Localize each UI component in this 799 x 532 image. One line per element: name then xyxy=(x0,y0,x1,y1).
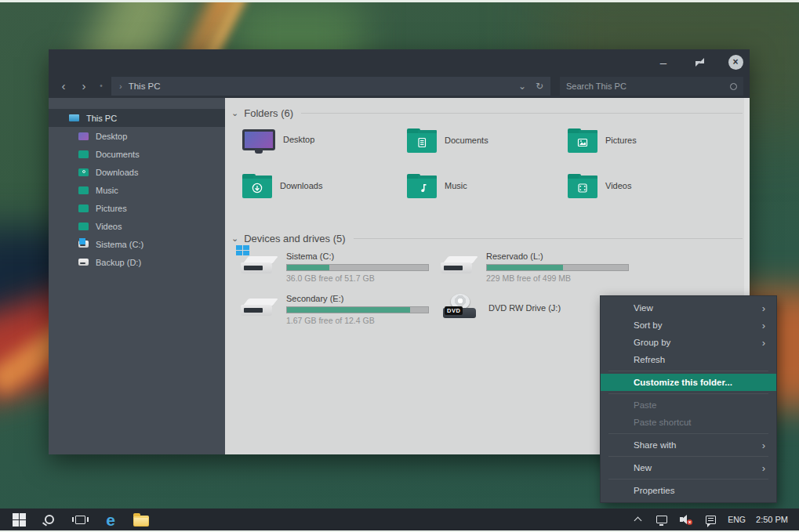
sidebar-item-desktop[interactable]: Desktop xyxy=(49,127,225,145)
folder-tile-videos[interactable]: Videos xyxy=(568,173,631,198)
speaker-muted-icon: x xyxy=(680,514,692,525)
clock[interactable]: 2:50 PM xyxy=(756,515,788,524)
desktop-icon xyxy=(242,129,275,150)
menu-item-label: Refresh xyxy=(634,355,665,364)
breadcrumb-arrow-icon[interactable]: › xyxy=(119,81,122,91)
drives-section-header[interactable]: ⌄ Devices and drives (5) xyxy=(231,233,743,244)
tile-label: Pictures xyxy=(605,136,637,145)
drive-detail: 229 MB free of 499 MB xyxy=(486,273,635,283)
titlebar[interactable]: – × xyxy=(49,49,750,74)
context-menu: View › Sort by › Group by › Refresh Cust… xyxy=(600,295,777,503)
menu-item-group-by[interactable]: Group by › xyxy=(601,334,776,351)
search-box[interactable] xyxy=(560,77,743,96)
file-explorer-button[interactable] xyxy=(132,510,151,529)
folders-section-header[interactable]: ⌄ Folders (6) xyxy=(231,107,743,119)
sidebar-item-this-pc[interactable]: This PC xyxy=(49,109,225,127)
windows-logo-icon xyxy=(236,245,249,256)
music-folder-icon xyxy=(78,186,89,194)
menu-item-label: Share with xyxy=(634,440,676,450)
drive-tile-dvd-j[interactable]: DVD DVD RW Drive (J:) xyxy=(443,294,481,322)
tile-label: Downloads xyxy=(280,181,322,190)
sidebar-item-videos[interactable]: Videos xyxy=(49,217,225,235)
sidebar-item-label: Music xyxy=(96,186,118,195)
drive-tile-secondary-e[interactable]: Secondary (E:) 1.67 GB free of 12.4 GB xyxy=(241,294,278,320)
menu-item-view[interactable]: View › xyxy=(601,299,776,317)
sidebar-item-downloads[interactable]: Downloads xyxy=(49,163,225,181)
desktop-folder-icon xyxy=(78,132,89,140)
drive-icon xyxy=(441,252,478,278)
documents-folder-icon xyxy=(78,150,89,158)
drive-detail: 36.0 GB free of 51.7 GB xyxy=(286,273,435,283)
menu-item-share-with[interactable]: Share with › xyxy=(601,436,776,454)
language-indicator[interactable]: ENG xyxy=(728,515,746,524)
menu-item-label: Sort by xyxy=(634,320,662,330)
tray-network-button[interactable] xyxy=(655,512,669,527)
sidebar-item-label: Desktop xyxy=(96,132,127,141)
menu-item-properties[interactable]: Properties xyxy=(601,482,776,499)
sidebar-item-music[interactable]: Music xyxy=(49,181,225,199)
menu-item-label: New xyxy=(634,463,652,472)
downloads-folder-icon xyxy=(78,168,89,176)
edge-button[interactable]: e xyxy=(101,510,120,529)
sidebar-item-backup-d[interactable]: Backup (D:) xyxy=(49,253,225,271)
sidebar-item-label: Documents xyxy=(96,150,140,159)
menu-item-customize-this-folder[interactable]: Customize this folder... xyxy=(601,374,776,391)
network-icon xyxy=(656,516,667,523)
drive-icon xyxy=(78,259,89,266)
sidebar-item-documents[interactable]: Documents xyxy=(49,145,225,163)
capacity-bar-fill xyxy=(287,265,329,270)
downloads-folder-icon xyxy=(242,177,272,198)
sidebar-item-label: Downloads xyxy=(96,168,138,177)
action-center-button[interactable] xyxy=(703,512,717,527)
windows-logo-icon xyxy=(13,513,26,527)
drive-tile-reservado-l[interactable]: Reservado (L:) 229 MB free of 499 MB xyxy=(441,252,478,278)
section-title: Folders (6) xyxy=(244,107,293,119)
menu-item-new[interactable]: New › xyxy=(601,459,776,476)
dvd-badge: DVD xyxy=(445,306,463,315)
minimize-button[interactable]: – xyxy=(656,54,671,70)
menu-item-refresh[interactable]: Refresh xyxy=(601,351,776,368)
address-dropdown-icon[interactable]: ⌄ xyxy=(516,81,528,92)
search-input[interactable] xyxy=(566,81,730,91)
tray-show-hidden-icons-button[interactable] xyxy=(630,512,645,527)
close-icon: × xyxy=(728,55,743,70)
collapse-section-icon[interactable]: ⌄ xyxy=(231,233,238,244)
folder-tile-downloads[interactable]: Downloads xyxy=(242,173,322,198)
folder-tile-pictures[interactable]: Pictures xyxy=(568,128,637,153)
menu-separator xyxy=(608,479,768,480)
section-rule xyxy=(301,113,743,114)
tray-volume-button[interactable]: x xyxy=(679,512,693,527)
sidebar-item-sistema-c[interactable]: Sistema (C:) xyxy=(49,235,225,253)
desktop: – × ‹ › • › This PC ⌄ ↻ xyxy=(0,0,799,532)
drive-tile-sistema-c[interactable]: Sistema (C:) 36.0 GB free of 51.7 GB xyxy=(241,252,278,278)
pictures-folder-icon xyxy=(568,132,597,153)
menu-item-sort-by[interactable]: Sort by › xyxy=(601,317,776,334)
capacity-bar xyxy=(286,306,429,313)
pictures-folder-icon xyxy=(78,204,89,212)
file-explorer-icon xyxy=(133,516,149,527)
close-button[interactable]: × xyxy=(728,54,743,70)
back-button[interactable]: ‹ xyxy=(53,75,74,97)
address-bar[interactable]: › This PC ⌄ ↻ xyxy=(111,77,550,96)
maximize-button[interactable] xyxy=(692,54,707,70)
refresh-icon[interactable]: ↻ xyxy=(533,81,546,92)
forward-button[interactable]: › xyxy=(74,75,94,97)
collapse-section-icon[interactable]: ⌄ xyxy=(231,108,238,118)
menu-separator xyxy=(608,393,768,394)
tile-label: Documents xyxy=(445,136,488,145)
breadcrumb[interactable]: This PC xyxy=(129,81,161,91)
sidebar-item-label: Pictures xyxy=(96,204,127,213)
task-view-button[interactable] xyxy=(71,510,89,529)
tile-label: Desktop xyxy=(283,135,314,144)
recent-locations-button[interactable]: • xyxy=(94,75,108,97)
start-button[interactable] xyxy=(9,510,28,529)
taskbar-search-button[interactable] xyxy=(40,510,59,529)
sidebar-item-pictures[interactable]: Pictures xyxy=(49,199,225,217)
section-title: Devices and drives (5) xyxy=(244,233,345,244)
folder-tile-documents[interactable]: Documents xyxy=(407,128,488,153)
edge-icon: e xyxy=(106,512,115,528)
menu-item-paste-shortcut: Paste shortcut xyxy=(601,414,776,431)
folder-tile-music[interactable]: Music xyxy=(407,173,467,198)
folder-tile-desktop[interactable]: Desktop xyxy=(242,128,314,150)
task-view-icon xyxy=(75,516,85,524)
